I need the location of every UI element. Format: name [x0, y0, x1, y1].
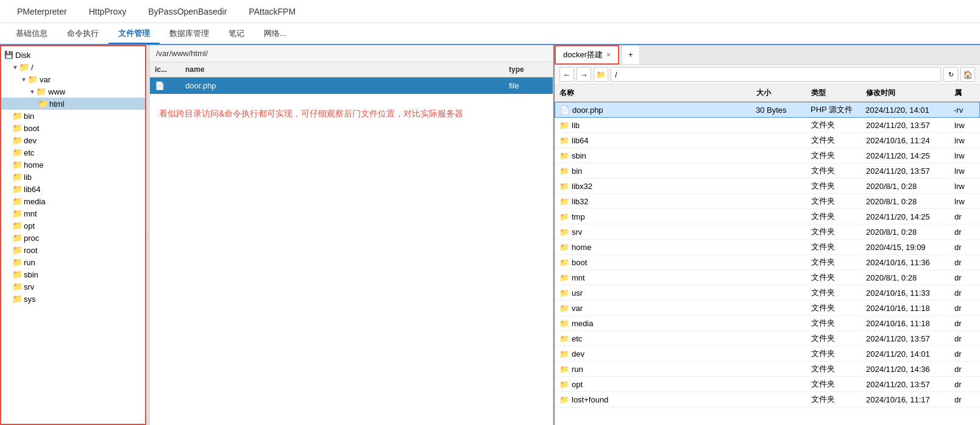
nav-httpproxy[interactable]: HttpProxy — [78, 0, 137, 23]
docker-file-type: 文件夹 — [806, 287, 861, 298]
disk-root[interactable]: 💾 Disk — [1, 49, 145, 61]
tree-home[interactable]: 📁 home — [1, 159, 145, 171]
tree-root[interactable]: 📁 root — [1, 244, 145, 256]
docker-file-row[interactable]: 📄door.php 30 Bytes PHP 源文件 2024/11/20, 1… — [555, 102, 980, 118]
docker-file-row[interactable]: 📁lost+found 文件夹 2024/10/16, 11:17 dr — [555, 392, 980, 407]
tree-label-lib64: lib64 — [24, 185, 40, 194]
docker-file-size: 30 Bytes — [751, 105, 806, 115]
docker-file-type: 文件夹 — [806, 379, 861, 390]
docker-file-perm: lrw — [950, 197, 980, 206]
nav-bypassopenbasedir[interactable]: ByPassOpenBasedir — [137, 0, 238, 23]
docker-tab[interactable]: docker搭建 × — [555, 45, 619, 65]
docker-file-name: 📁lib64 — [555, 136, 751, 145]
docker-file-row[interactable]: 📁tmp 文件夹 2024/11/20, 14:25 dr — [555, 209, 980, 224]
docker-file-perm: lrw — [950, 121, 980, 130]
tree-mnt[interactable]: 📁 mnt — [1, 207, 145, 220]
docker-file-row[interactable]: 📁opt 文件夹 2024/11/20, 13:57 dr — [555, 377, 980, 392]
tree-lib[interactable]: 📁 lib — [1, 171, 145, 183]
tree-label-root: root — [24, 246, 37, 255]
file-row-door-php[interactable]: 📄 door.php file — [150, 77, 553, 94]
docker-col-header-size: 大小 — [751, 85, 806, 101]
docker-file-name: 📁media — [555, 319, 751, 328]
docker-file-row[interactable]: 📁lib64 文件夹 2024/10/16, 11:24 lrw — [555, 133, 980, 148]
nav-pattackfpm[interactable]: PAttackFPM — [238, 0, 307, 23]
folder-icon: 📁 — [12, 233, 22, 243]
file-panel-path: /var/www/html/ — [150, 45, 553, 62]
folder-small-icon: 📁 — [559, 182, 569, 191]
folder-icon: 📁 — [12, 282, 22, 291]
folder-icon: 📁 — [20, 62, 29, 72]
docker-file-row[interactable]: 📁libx32 文件夹 2020/8/1, 0:28 lrw — [555, 179, 980, 194]
folder-small-icon: 📁 — [559, 304, 569, 313]
folder-icon: 📁 — [594, 67, 608, 82]
docker-file-type: 文件夹 — [806, 348, 861, 359]
home-button[interactable]: 🏠 — [960, 67, 975, 82]
top-nav: PMeterpreter HttpProxy ByPassOpenBasedir… — [0, 0, 980, 23]
tree-html[interactable]: 📁 html — [1, 98, 145, 110]
tree-srv[interactable]: 📁 srv — [1, 280, 145, 293]
docker-file-type: 文件夹 — [806, 257, 861, 268]
tree-boot[interactable]: 📁 boot — [1, 122, 145, 134]
folder-icon: 📁 — [12, 111, 22, 121]
docker-file-row[interactable]: 📁usr 文件夹 2024/10/16, 11:33 dr — [555, 285, 980, 301]
tree-www[interactable]: ▼ 📁 www — [1, 85, 145, 98]
docker-file-perm: dr — [950, 334, 980, 343]
docker-file-perm: dr — [950, 227, 980, 237]
docker-file-row[interactable]: 📁srv 文件夹 2020/8/1, 0:28 dr — [555, 224, 980, 240]
tree-root-slash[interactable]: ▼ 📁 / — [1, 61, 145, 73]
tree-run[interactable]: 📁 run — [1, 256, 145, 268]
tree-bin[interactable]: 📁 bin — [1, 110, 145, 122]
docker-file-row[interactable]: 📁boot 文件夹 2024/10/16, 11:36 dr — [555, 255, 980, 270]
folder-icon: 📁 — [12, 196, 22, 206]
subnav-wenjianguanli[interactable]: 文件管理 — [108, 23, 160, 44]
subnav-shujuku[interactable]: 数据库管理 — [160, 23, 219, 44]
docker-file-row[interactable]: 📁home 文件夹 2020/4/15, 19:09 dr — [555, 240, 980, 255]
docker-file-row[interactable]: 📁sbin 文件夹 2024/11/20, 14:25 lrw — [555, 148, 980, 163]
docker-file-list: 📄door.php 30 Bytes PHP 源文件 2024/11/20, 1… — [555, 102, 980, 425]
close-icon[interactable]: × — [606, 51, 611, 59]
arrow-down-icon[interactable]: ▼ — [29, 88, 35, 95]
subnav-mingling[interactable]: 命令执行 — [57, 23, 108, 44]
docker-file-row[interactable]: 📁dev 文件夹 2024/11/20, 14:01 dr — [555, 346, 980, 362]
docker-file-perm: dr — [950, 319, 980, 328]
tree-proc[interactable]: 📁 proc — [1, 232, 145, 244]
tree-sbin[interactable]: 📁 sbin — [1, 268, 145, 280]
back-button[interactable]: ← — [559, 67, 574, 82]
subnav-jichuxinxi[interactable]: 基础信息 — [6, 23, 57, 44]
folder-small-icon: 📁 — [559, 365, 569, 374]
subnav-biji[interactable]: 笔记 — [219, 23, 254, 44]
docker-file-row[interactable]: 📁etc 文件夹 2024/11/20, 13:57 dr — [555, 331, 980, 346]
docker-file-row[interactable]: 📁mnt 文件夹 2020/8/1, 0:28 dr — [555, 270, 980, 285]
docker-file-row[interactable]: 📁lib 文件夹 2024/11/20, 13:57 lrw — [555, 118, 980, 133]
tree-etc[interactable]: 📁 etc — [1, 146, 145, 159]
path-input[interactable] — [611, 67, 941, 82]
docker-file-name: 📁lib32 — [555, 197, 751, 206]
docker-file-row[interactable]: 📁run 文件夹 2024/11/20, 14:36 dr — [555, 362, 980, 377]
new-tab-button[interactable]: + — [622, 45, 640, 65]
refresh-button[interactable]: ↻ — [943, 67, 958, 82]
docker-file-name: 📁opt — [555, 380, 751, 389]
plus-icon: + — [628, 50, 633, 59]
docker-file-row[interactable]: 📁media 文件夹 2024/10/16, 11:18 dr — [555, 316, 980, 331]
folder-icon: 📁 — [12, 148, 22, 157]
tree-lib64[interactable]: 📁 lib64 — [1, 183, 145, 195]
docker-file-type: 文件夹 — [806, 241, 861, 252]
tree-media[interactable]: 📁 media — [1, 195, 145, 207]
docker-file-row[interactable]: 📁var 文件夹 2024/10/16, 11:18 dr — [555, 301, 980, 316]
tree-var[interactable]: ▼ 📁 var — [1, 73, 145, 85]
subnav-wangluo[interactable]: 网络... — [254, 23, 296, 44]
docker-file-mtime: 2024/10/16, 11:18 — [861, 319, 950, 328]
folder-small-icon: 📁 — [559, 319, 569, 328]
docker-file-perm: dr — [950, 365, 980, 374]
forward-button[interactable]: → — [577, 67, 591, 82]
tree-label-sbin: sbin — [24, 270, 38, 279]
docker-file-row[interactable]: 📁bin 文件夹 2024/11/20, 13:57 lrw — [555, 163, 980, 179]
tree-dev[interactable]: 📁 dev — [1, 134, 145, 146]
docker-file-row[interactable]: 📁lib32 文件夹 2020/8/1, 0:28 lrw — [555, 194, 980, 209]
tree-sys[interactable]: 📁 sys — [1, 293, 145, 305]
docker-file-name: 📁sbin — [555, 151, 751, 160]
arrow-down-icon[interactable]: ▼ — [21, 76, 27, 83]
arrow-down-icon[interactable]: ▼ — [12, 64, 18, 71]
nav-pmeterpreter[interactable]: PMeterpreter — [6, 0, 78, 23]
tree-opt[interactable]: 📁 opt — [1, 220, 145, 232]
